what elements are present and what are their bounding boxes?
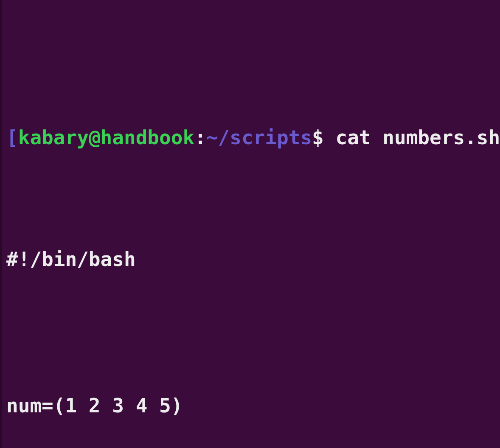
file-line: #!/bin/bash <box>6 247 497 272</box>
prompt-host: handbook <box>101 126 195 149</box>
file-line <box>6 321 497 345</box>
prompt-line-1: [kabary@handbook:~/scripts$ cat numbers.… <box>6 101 497 150</box>
prompt-colon: : <box>194 126 206 149</box>
command-text: cat numbers.sh <box>335 126 500 149</box>
prompt-path: ~/scripts <box>206 126 312 149</box>
prompt-user: kabary <box>18 126 89 149</box>
prompt-at: @ <box>89 126 101 149</box>
terminal-window[interactable]: [kabary@handbook:~/scripts$ cat numbers.… <box>0 0 500 448</box>
prompt-open-bracket: [ <box>6 126 18 149</box>
prompt-dollar: $ <box>312 126 335 149</box>
file-line: num=(1 2 3 4 5) <box>6 394 497 418</box>
